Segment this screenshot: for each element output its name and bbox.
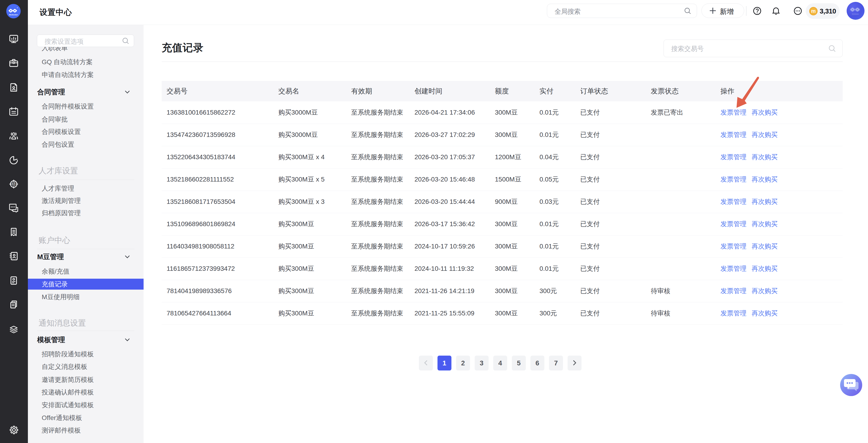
svg-text:猎: 猎 <box>11 182 16 186</box>
svg-text:MoSeeker: MoSeeker <box>9 14 18 16</box>
svg-text:MoSeeker: MoSeeker <box>852 13 859 15</box>
